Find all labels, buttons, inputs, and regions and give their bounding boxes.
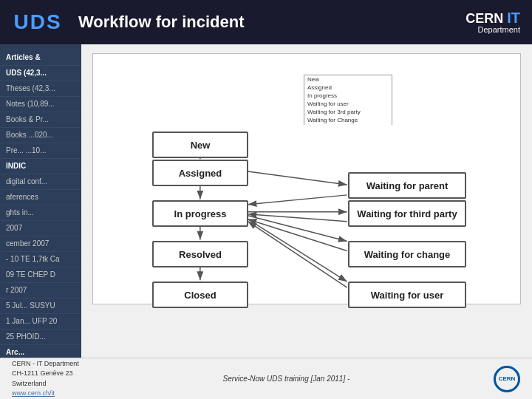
svg-line-9 [248, 219, 347, 282]
sidebar-item-10te[interactable]: - 10 TE 1,7tk Ca [0, 252, 81, 267]
svg-line-13 [248, 222, 347, 287]
state-closed[interactable]: Closed [152, 282, 248, 308]
sidebar-item-2007a[interactable]: 2007 [0, 221, 81, 236]
sidebar-item-notes[interactable]: Notes (10,89... [0, 97, 81, 112]
workflow-wrapper: 📷 Incident state: Closed ▼ Short descrip… [90, 53, 523, 334]
mini-option-inprogress[interactable]: In progress [304, 92, 392, 100]
sidebar-item-ufp[interactable]: 1 Jan... UFP 20 [0, 314, 81, 330]
sidebar-item-phoid[interactable]: 25 PHOID... [0, 330, 81, 345]
mini-option-new[interactable]: New [304, 75, 392, 83]
svg-line-8 [248, 216, 347, 242]
state-new[interactable]: New [152, 132, 248, 158]
department-text: Department [478, 25, 520, 34]
cern-circle-logo: CERN [494, 366, 520, 392]
sidebar-item-chep[interactable]: 09 TE CHEP D [0, 267, 81, 283]
mini-option-wait3rd[interactable]: Waiting for 3rd party [304, 108, 392, 116]
state-waiting-change[interactable]: Waiting for change [348, 241, 466, 267]
sidebar-item-books-pr[interactable]: Books & Pr... [0, 112, 81, 128]
footer-address: CERN - IT Department CH-1211 Genève 23 S… [12, 359, 79, 399]
sidebar-item-dec2007[interactable]: cember 2007 [0, 236, 81, 252]
mini-option-assigned[interactable]: Assigned [304, 83, 392, 92]
footer-training-text: Service-Now UDS training [Jan 2011] - [223, 375, 350, 383]
page-title: Workflow for incident [78, 13, 244, 32]
svg-line-11 [248, 214, 347, 222]
sidebar: Articles & UDS (42,3... Theses (42,3... … [0, 44, 81, 399]
header: UDS Workflow for incident CERN IT Depart… [0, 0, 532, 44]
sidebar-item-ghts[interactable]: ghts in... [0, 205, 81, 221]
footer: CERN - IT Department CH-1211 Genève 23 S… [0, 358, 532, 399]
sidebar-item-indic[interactable]: INDIC [0, 159, 81, 174]
sidebar-item-susyu[interactable]: 5 Jul... SUSYU [0, 299, 81, 314]
sidebar-item-digital[interactable]: digital conf... [0, 174, 81, 190]
state-waiting-parent[interactable]: Waiting for parent [348, 172, 466, 199]
svg-line-12 [248, 219, 347, 251]
uds-logo-text: UDS [13, 10, 61, 34]
sidebar-item-pre[interactable]: Pre... ...10... [0, 143, 81, 159]
mini-option-waitchange[interactable]: Waiting for Change [304, 116, 392, 124]
svg-line-6 [248, 171, 347, 185]
state-waiting-user[interactable]: Waiting for user [348, 282, 466, 308]
uds-logo: UDS [12, 7, 64, 37]
sidebar-item-aferences[interactable]: aferences [0, 190, 81, 205]
mini-option-waituser[interactable]: Waiting for user [304, 100, 392, 108]
cern-logo: CERN IT Department [466, 10, 520, 34]
mini-dropdown-options: New Assigned In progress Waiting for use… [304, 75, 392, 126]
svg-line-10 [248, 195, 347, 205]
cern-text: CERN IT [466, 10, 520, 25]
sidebar-item-r2007[interactable]: r 2007 [0, 283, 81, 299]
sidebar-item-books[interactable]: Books ...020... [0, 128, 81, 143]
state-in-progress[interactable]: In progress [152, 200, 248, 227]
state-resolved[interactable]: Resolved [152, 241, 248, 267]
sidebar-item-articles[interactable]: Articles & [0, 50, 81, 66]
state-waiting-third[interactable]: Waiting for third party [348, 200, 466, 227]
main-content: 📷 Incident state: Closed ▼ Short descrip… [81, 44, 532, 384]
sidebar-item-uds[interactable]: UDS (42,3... [0, 66, 81, 81]
state-assigned[interactable]: Assigned [152, 160, 248, 186]
sidebar-item-theses[interactable]: Theses (42,3... [0, 81, 81, 97]
